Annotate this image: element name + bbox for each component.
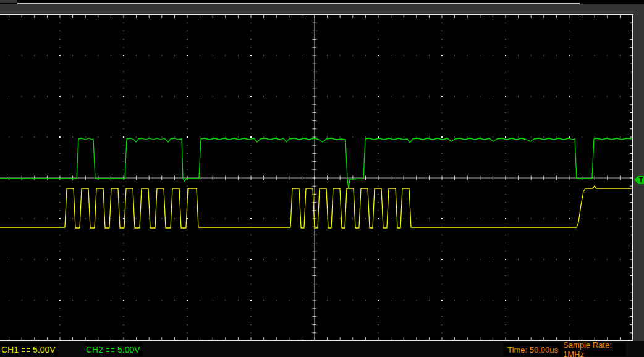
timebase-value: Time: 50.00us	[507, 345, 558, 355]
ch1-status-box[interactable]: CH1 5.00V	[0, 343, 58, 356]
plot-border-right	[632, 14, 633, 341]
ch2-volts-per-div: 5.00V	[117, 345, 140, 355]
window-title-bar	[0, 4, 644, 14]
ch1-dc-coupling-icon	[22, 348, 30, 352]
right-side-panel	[633, 4, 644, 341]
timebase-status-box: Time: 50.00us	[504, 343, 562, 356]
ch2-label: CH2	[86, 345, 103, 355]
ch2-status-box[interactable]: CH2 5.00V	[85, 343, 143, 356]
ch1-label: CH1	[1, 345, 19, 355]
plot-border-top	[0, 14, 633, 15]
waveform-display	[0, 15, 632, 340]
ch2-dc-coupling-icon	[106, 348, 114, 352]
window-top-tab	[0, 0, 17, 3]
ch1-volts-per-div: 5.00V	[33, 345, 56, 355]
sample-rate-value: Sample Rate: 1MHz	[563, 340, 626, 357]
sample-rate-status-box: Sample Rate: 1MHz	[563, 343, 626, 356]
oscilloscope-window: T CH1 5.00V CH2 5.00V Time: 50.00us Samp…	[0, 0, 644, 357]
status-bar: CH1 5.00V CH2 5.00V Time: 50.00us Sample…	[0, 341, 644, 357]
trigger-level-marker[interactable]: T	[634, 176, 644, 184]
trigger-marker-label: T	[638, 176, 644, 184]
